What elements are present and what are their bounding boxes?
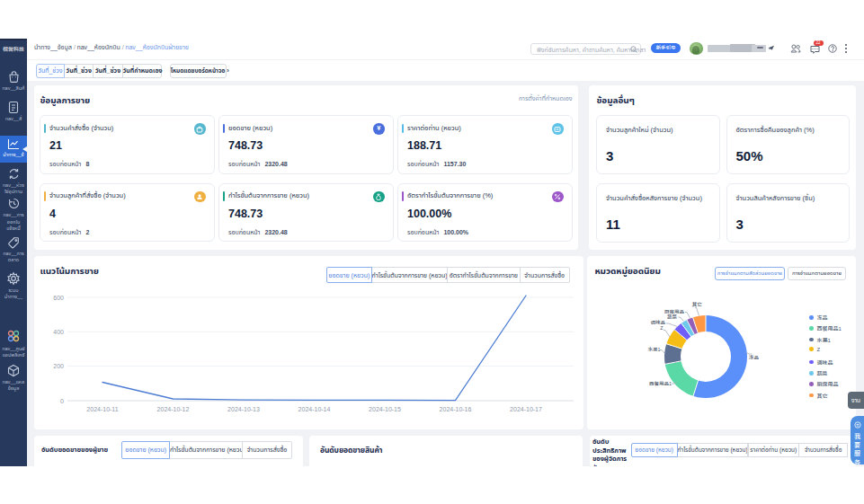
svg-text:2024-10-12: 2024-10-12 [157,406,190,412]
svg-text:2024-10-15: 2024-10-15 [369,406,401,412]
svg-text:2024-10-14: 2024-10-14 [298,406,331,412]
svg-text:2024-10-13: 2024-10-13 [227,406,260,412]
svg-text:200: 200 [53,363,64,369]
svg-text:600: 600 [53,295,64,301]
svg-text:400: 400 [53,329,64,335]
svg-text:2024-10-11: 2024-10-11 [86,406,118,412]
svg-text:2024-10-16: 2024-10-16 [440,406,472,412]
svg-text:2024-10-17: 2024-10-17 [510,406,542,412]
svg-text:0: 0 [60,398,64,404]
